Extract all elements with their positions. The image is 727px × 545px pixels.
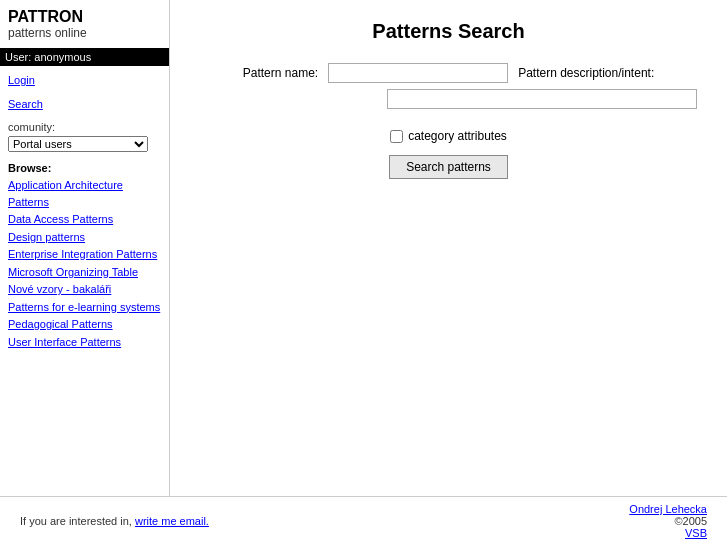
category-checkbox[interactable]: [390, 130, 403, 143]
footer-copy: ©2005: [674, 515, 707, 527]
sidebar-browse-link[interactable]: Nové vzory - bakaláři: [8, 281, 161, 298]
sidebar-browse-link[interactable]: Patterns for e-learning systems: [8, 299, 161, 316]
sidebar-browse-link[interactable]: Data Access Patterns: [8, 211, 161, 228]
login-area: Login: [8, 73, 161, 87]
pattern-desc-input[interactable]: [387, 89, 697, 109]
footer-author-link[interactable]: Ondrej Lehecka: [629, 503, 707, 515]
search-button-row: Search patterns: [389, 155, 508, 179]
user-bar: User: anonymous: [0, 48, 169, 66]
sidebar-browse-link[interactable]: User Interface Patterns: [8, 334, 161, 351]
login-link[interactable]: Login: [8, 74, 35, 86]
sidebar-browse-link[interactable]: Enterprise Integration Patterns: [8, 246, 161, 263]
sidebar-logo: PATTRON patterns online: [8, 8, 161, 40]
logo-subtitle: patterns online: [8, 26, 161, 40]
sidebar-browse-link[interactable]: Microsoft Organizing Table: [8, 264, 161, 281]
footer-vsb-link[interactable]: VSB: [629, 527, 707, 539]
footer-email-link[interactable]: write me email.: [135, 515, 209, 527]
page-title: Patterns Search: [200, 20, 697, 43]
footer-author: Ondrej Lehecka ©2005: [629, 503, 707, 527]
community-label: comunity:: [8, 121, 55, 133]
footer-text: If you are interested in,: [20, 515, 132, 527]
search-link[interactable]: Search: [8, 98, 43, 110]
sidebar-browse-link[interactable]: Design patterns: [8, 229, 161, 246]
main-content: Patterns Search Pattern name: Pattern de…: [170, 0, 727, 496]
pattern-name-input[interactable]: [328, 63, 508, 83]
community-section: comunity: Portal users: [8, 121, 161, 152]
footer-right: Ondrej Lehecka ©2005 VSB: [629, 503, 707, 539]
sidebar: PATTRON patterns online User: anonymous …: [0, 0, 170, 496]
category-label: category attributes: [408, 129, 507, 143]
sidebar-links: Application Architecture PatternsData Ac…: [8, 177, 161, 351]
pattern-desc-label: Pattern description/intent:: [518, 66, 654, 80]
sidebar-browse-link[interactable]: Application Architecture Patterns: [8, 177, 161, 210]
user-label: User: anonymous: [5, 51, 91, 63]
search-nav: Search: [8, 97, 161, 111]
footer: If you are interested in, write me email…: [0, 496, 727, 545]
pattern-desc-row: [200, 89, 697, 119]
community-select[interactable]: Portal users: [8, 136, 148, 152]
browse-label: Browse:: [8, 162, 161, 174]
search-row1: Pattern name: Pattern description/intent…: [243, 63, 654, 83]
sidebar-browse-link[interactable]: Pedagogical Patterns: [8, 316, 161, 333]
logo-title: PATTRON: [8, 8, 161, 26]
footer-left: If you are interested in, write me email…: [20, 515, 209, 527]
category-row: category attributes: [390, 129, 507, 143]
search-button[interactable]: Search patterns: [389, 155, 508, 179]
search-form: Pattern name: Pattern description/intent…: [200, 63, 697, 179]
pattern-name-label: Pattern name:: [243, 66, 318, 80]
